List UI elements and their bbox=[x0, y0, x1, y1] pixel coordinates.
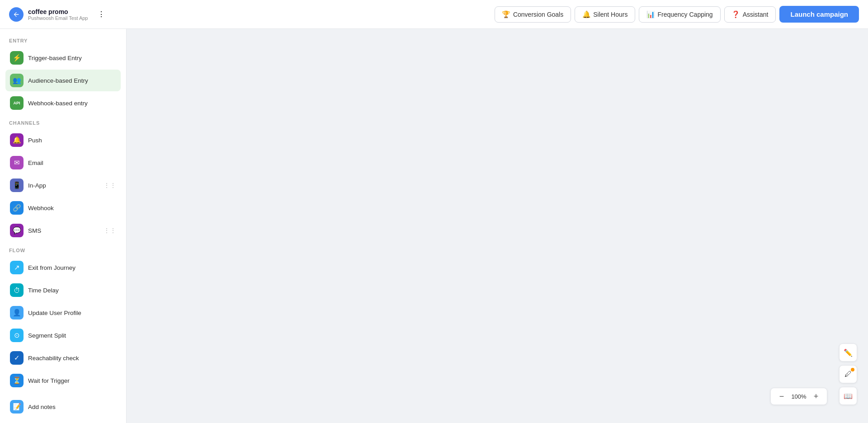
sidebar-item-push[interactable]: 🔔 Push bbox=[5, 129, 121, 151]
book-tool-icon: 📖 bbox=[844, 392, 853, 400]
webhook-entry-icon: API bbox=[10, 96, 24, 110]
app-title: coffee promo bbox=[28, 8, 88, 15]
wait-for-trigger-icon: ⏳ bbox=[10, 374, 24, 387]
sidebar-item-in-app[interactable]: 📱 In-App ⋮⋮ bbox=[5, 174, 121, 196]
push-icon: 🔔 bbox=[10, 133, 24, 147]
time-delay-label: Time Delay bbox=[28, 287, 59, 294]
frequency-capping-icon: 📊 bbox=[646, 10, 655, 19]
bottom-right-toolbar: ✏️ 🖊 📖 bbox=[839, 343, 857, 405]
silent-hours-button[interactable]: 🔔 Silent Hours bbox=[575, 6, 635, 23]
assistant-button[interactable]: ❓ Assistant bbox=[724, 6, 776, 23]
reachability-check-icon: ✓ bbox=[10, 351, 24, 365]
silent-hours-label: Silent Hours bbox=[593, 11, 627, 18]
conversion-goals-label: Conversion Goals bbox=[513, 11, 563, 18]
in-app-drag-icon: ⋮⋮ bbox=[104, 182, 116, 189]
zoom-in-button[interactable]: + bbox=[811, 391, 821, 402]
launch-campaign-label: Launch campaign bbox=[790, 10, 848, 18]
back-button[interactable] bbox=[9, 7, 24, 22]
push-label: Push bbox=[28, 137, 42, 144]
zoom-level-display: 100% bbox=[791, 393, 807, 400]
launch-campaign-button[interactable]: Launch campaign bbox=[779, 6, 859, 23]
update-user-profile-label: Update User Profile bbox=[28, 310, 81, 316]
header-right: 🏆 Conversion Goals 🔔 Silent Hours 📊 Freq… bbox=[495, 6, 859, 23]
flow-section-label: FLOW bbox=[5, 246, 121, 257]
sidebar-item-audience-entry[interactable]: 👥 Audience-based Entry bbox=[5, 70, 121, 91]
annotate-tool-icon: 🖊 bbox=[844, 370, 852, 378]
sidebar-item-trigger-entry[interactable]: ⚡ Trigger-based Entry bbox=[5, 47, 121, 69]
assistant-label: Assistant bbox=[743, 11, 769, 18]
segment-split-label: Segment Split bbox=[28, 332, 66, 339]
sidebar: ENTRY ⚡ Trigger-based Entry 👥 Audience-b… bbox=[0, 29, 127, 423]
conversion-goals-button[interactable]: 🏆 Conversion Goals bbox=[495, 6, 571, 23]
sidebar-item-reachability-check[interactable]: ✓ Reachability check bbox=[5, 347, 121, 369]
trigger-entry-icon: ⚡ bbox=[10, 51, 24, 65]
exit-journey-label: Exit from Journey bbox=[28, 264, 75, 271]
conversion-goals-icon: 🏆 bbox=[502, 10, 510, 19]
segment-split-icon: ⊙ bbox=[10, 329, 24, 342]
sms-icon: 💬 bbox=[10, 224, 24, 237]
sms-drag-icon: ⋮⋮ bbox=[104, 227, 116, 234]
sidebar-item-email[interactable]: ✉ Email bbox=[5, 152, 121, 174]
edit-tool-button[interactable]: ✏️ bbox=[839, 343, 857, 362]
assistant-icon: ❓ bbox=[732, 10, 740, 19]
main-layout: ENTRY ⚡ Trigger-based Entry 👥 Audience-b… bbox=[0, 29, 868, 423]
zoom-out-button[interactable]: − bbox=[776, 391, 787, 402]
frequency-capping-button[interactable]: 📊 Frequency Capping bbox=[639, 6, 720, 23]
trigger-entry-label: Trigger-based Entry bbox=[28, 55, 82, 61]
exit-journey-icon: ↗ bbox=[10, 261, 24, 274]
edit-tool-icon: ✏️ bbox=[844, 348, 853, 357]
webhook-icon: 🔗 bbox=[10, 201, 24, 215]
sidebar-item-exit-journey[interactable]: ↗ Exit from Journey bbox=[5, 257, 121, 278]
time-delay-icon: ⏱ bbox=[10, 283, 24, 297]
header-left: coffee promo Pushwoosh Email Test App ⋮ bbox=[9, 7, 108, 22]
sidebar-scroll: ENTRY ⚡ Trigger-based Entry 👥 Audience-b… bbox=[0, 29, 126, 423]
sidebar-item-wait-for-trigger[interactable]: ⏳ Wait for Trigger bbox=[5, 370, 121, 391]
sidebar-item-time-delay[interactable]: ⏱ Time Delay bbox=[5, 279, 121, 301]
frequency-capping-label: Frequency Capping bbox=[657, 11, 712, 18]
channels-section-label: CHANNELS bbox=[5, 118, 121, 129]
add-notes-icon: 📝 bbox=[10, 400, 24, 414]
sidebar-item-webhook-entry[interactable]: API Webhook-based entry bbox=[5, 92, 121, 114]
reachability-check-label: Reachability check bbox=[28, 355, 79, 362]
annotate-badge bbox=[851, 368, 854, 371]
email-icon: ✉ bbox=[10, 156, 24, 169]
add-notes-label: Add notes bbox=[28, 404, 56, 410]
app-subtitle: Pushwoosh Email Test App bbox=[28, 15, 88, 21]
webhook-entry-label: Webhook-based entry bbox=[28, 100, 88, 107]
sidebar-item-webhook[interactable]: 🔗 Webhook bbox=[5, 197, 121, 219]
sms-label: SMS bbox=[28, 227, 41, 234]
email-label: Email bbox=[28, 160, 43, 166]
webhook-label: Webhook bbox=[28, 205, 54, 212]
sidebar-item-segment-split[interactable]: ⊙ Segment Split bbox=[5, 324, 121, 346]
wait-for-trigger-label: Wait for Trigger bbox=[28, 377, 70, 384]
audience-entry-icon: 👥 bbox=[10, 74, 24, 87]
in-app-label: In-App bbox=[28, 182, 46, 189]
book-tool-button[interactable]: 📖 bbox=[839, 387, 857, 405]
more-menu-button[interactable]: ⋮ bbox=[95, 8, 108, 21]
app-info: coffee promo Pushwoosh Email Test App bbox=[28, 8, 88, 21]
update-user-profile-icon: 👤 bbox=[10, 306, 24, 320]
audience-entry-label: Audience-based Entry bbox=[28, 77, 88, 84]
annotate-tool-button[interactable]: 🖊 bbox=[839, 365, 857, 383]
canvas-area[interactable]: ✏️ 🖊 📖 − 100% + bbox=[127, 29, 868, 423]
in-app-icon: 📱 bbox=[10, 179, 24, 192]
header: coffee promo Pushwoosh Email Test App ⋮ … bbox=[0, 0, 868, 29]
silent-hours-icon: 🔔 bbox=[582, 10, 590, 19]
sidebar-item-add-notes[interactable]: 📝 Add notes bbox=[5, 396, 121, 418]
zoom-bar: − 100% + bbox=[770, 388, 827, 405]
sidebar-item-update-user-profile[interactable]: 👤 Update User Profile bbox=[5, 302, 121, 324]
entry-section-label: ENTRY bbox=[5, 36, 121, 47]
sidebar-item-sms[interactable]: 💬 SMS ⋮⋮ bbox=[5, 220, 121, 241]
